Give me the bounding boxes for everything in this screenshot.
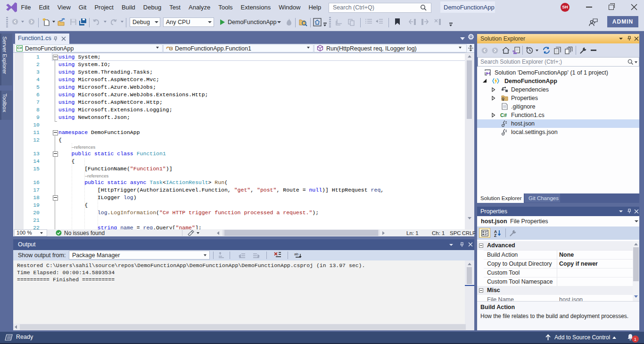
svg-text:Z: Z: [494, 233, 496, 237]
svg-text:ab: ab: [294, 252, 298, 256]
